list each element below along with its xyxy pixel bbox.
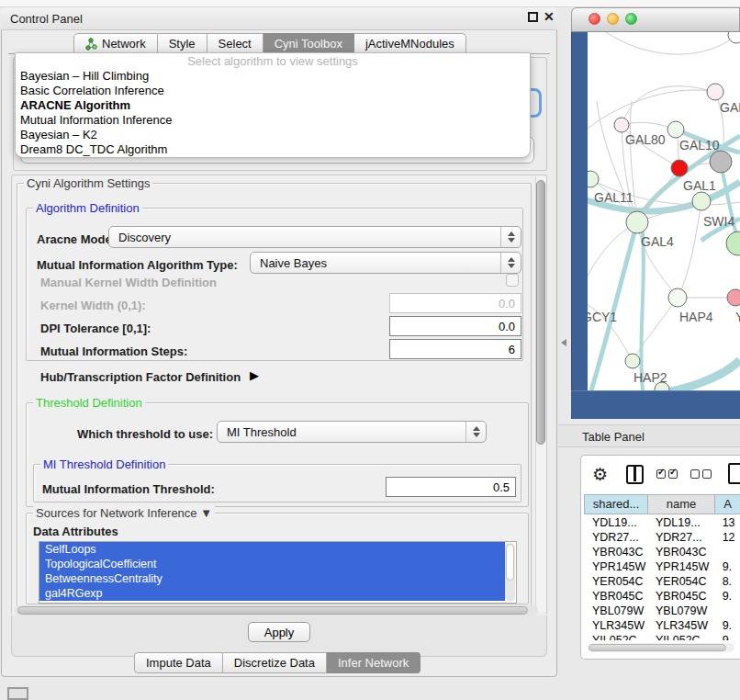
table-row[interactable]: YIL052CYIL052C9 — [584, 633, 740, 640]
network-node[interactable] — [726, 231, 740, 255]
table-row[interactable]: YDR27...YDR27...12 — [584, 530, 740, 545]
tab-style[interactable]: Style — [158, 33, 207, 54]
hub-definition-label[interactable]: Hub/Transcription Factor Definition — [40, 370, 241, 384]
tab-infer-network[interactable]: Infer Network — [327, 652, 420, 673]
minimized-panel-icon[interactable] — [7, 687, 28, 700]
expand-arrow-icon[interactable]: ▶ — [250, 368, 259, 382]
table-row[interactable]: YBR043CYBR043C — [584, 545, 740, 559]
tab-discretize-data[interactable]: Discretize Data — [223, 652, 327, 673]
table-cell: YPR145W — [584, 559, 647, 574]
node-label: GAL11 — [594, 190, 633, 205]
table-row[interactable]: YLR345WYLR345W9. — [584, 618, 740, 633]
settings-scrollbar-thumb[interactable] — [536, 180, 545, 445]
algorithm-option[interactable]: ARACNE Algorithm — [16, 98, 530, 113]
float-window-icon[interactable] — [528, 12, 538, 22]
unchecked-pair-icon[interactable] — [690, 469, 712, 479]
data-attributes-label: Data Attributes — [33, 525, 118, 538]
table-row[interactable]: YPR145WYPR145W9. — [584, 559, 740, 574]
tab-cyni-toolbox[interactable]: Cyni Toolbox — [263, 33, 354, 54]
gear-icon[interactable]: ⚙ — [592, 464, 608, 485]
network-frame-left — [571, 32, 588, 419]
network-node-swi4[interactable] — [692, 192, 711, 210]
tab-network[interactable]: Network — [73, 33, 158, 54]
algorithm-option[interactable]: Dream8 DC_TDC Algorithm — [16, 142, 530, 157]
algorithm-option[interactable]: Bayesian – Hill Climbing — [16, 69, 530, 84]
checked-pair-icon[interactable] — [656, 469, 678, 479]
network-node-y[interactable] — [727, 289, 740, 306]
table-cell — [714, 545, 740, 559]
tab-label: Select — [219, 37, 252, 51]
tab-label: Cyni Toolbox — [275, 37, 342, 51]
table-hscrollbar-thumb[interactable] — [589, 644, 726, 651]
mi-threshold-group-title: MI Threshold Definition — [40, 457, 168, 471]
column-header-2[interactable]: name — [647, 494, 714, 514]
network-node-gal80[interactable] — [614, 118, 629, 132]
node-label: SWI4 — [703, 214, 734, 229]
kernel-width-label: Kernel Width (0,1): — [40, 299, 146, 312]
table-panel-title: Table Panel — [582, 430, 645, 444]
manual-kernel-width-checkbox[interactable] — [506, 274, 519, 287]
mi-steps-field[interactable]: 6 — [389, 339, 521, 359]
mac-minimize-button[interactable] — [607, 13, 619, 25]
attribute-item[interactable]: BetweennessCentrality — [39, 571, 505, 586]
split-pane-arrow-icon[interactable] — [561, 339, 566, 346]
cyni-algorithm-settings-title: Cyni Algorithm Settings — [24, 176, 152, 190]
network-edge-highlighted — [591, 136, 740, 390]
algorithm-option[interactable]: Basic Correlation Inference — [16, 84, 530, 98]
algorithm-option[interactable]: Mutual Information Inference — [16, 113, 530, 128]
mi-algorithm-type-combo[interactable]: Naive Bayes — [250, 252, 521, 274]
table-cell: YER054C — [647, 574, 714, 589]
table-cell: YER054C — [584, 574, 647, 589]
node-label: Y — [735, 310, 740, 324]
apply-button[interactable]: Apply — [248, 622, 310, 642]
sources-group-title[interactable]: Sources for Network Inference ▼ — [33, 506, 215, 520]
network-node-hap4[interactable] — [668, 288, 687, 307]
checked-box-icon — [668, 469, 678, 479]
network-node-gal4[interactable] — [626, 211, 648, 233]
combo-stepper-icon — [500, 253, 521, 273]
attributes-scrollbar-thumb[interactable] — [506, 544, 514, 581]
network-node[interactable] — [728, 32, 740, 43]
table-row[interactable]: YER054CYER054C8. — [584, 574, 740, 589]
split-columns-icon[interactable] — [626, 465, 644, 484]
column-header-1[interactable]: shared... — [584, 494, 647, 514]
network-canvas[interactable]: GALGAL80GAL10GAL1GAL11SWI4GAL4GCY1HAP4YH… — [588, 32, 740, 390]
tab-select[interactable]: Select — [207, 33, 263, 54]
network-node-gal11[interactable] — [588, 171, 599, 187]
checked-box-icon — [656, 469, 666, 479]
mac-zoom-button[interactable] — [625, 13, 637, 25]
network-node[interactable] — [710, 151, 732, 173]
table-cell: 9 — [714, 633, 740, 640]
table-row[interactable]: YDL19...YDL19...13 — [584, 515, 740, 530]
tab-impute-data[interactable]: Impute Data — [134, 652, 223, 673]
settings-hscrollbar-thumb[interactable] — [17, 606, 528, 615]
algorithm-option[interactable]: Bayesian – K2 — [16, 128, 530, 142]
network-node-gal1[interactable] — [671, 160, 688, 176]
table-cell: 8. — [714, 574, 740, 589]
attribute-item[interactable]: TopologicalCoefficient — [39, 557, 505, 571]
node-label: GAL4 — [641, 234, 674, 249]
network-node-hap2[interactable] — [625, 354, 640, 368]
attribute-item[interactable]: SelfLoops — [39, 542, 505, 557]
tab-jactivemnodules[interactable]: jActiveMNodules — [354, 33, 466, 54]
which-threshold-combo[interactable]: MI Threshold — [217, 421, 487, 443]
data-attributes-list[interactable]: SelfLoopsTopologicalCoefficientBetweenne… — [39, 541, 517, 604]
close-icon[interactable]: ✕ — [544, 9, 555, 24]
node-label: GAL1 — [683, 178, 716, 193]
table-header-row: shared...nameA — [584, 494, 740, 514]
aracne-mode-combo[interactable]: Discovery — [108, 226, 521, 248]
column-header-3[interactable]: A — [714, 494, 740, 514]
dropdown-prompt: Select algorithm to view settings — [16, 53, 530, 69]
partial-box-icon[interactable] — [728, 463, 740, 484]
network-edge — [588, 222, 637, 299]
attribute-item[interactable]: gal4RGexp — [39, 586, 505, 601]
table-row[interactable]: YBL079WYBL079W — [584, 604, 740, 618]
network-node-gal[interactable] — [707, 84, 723, 100]
dpi-tolerance-field[interactable]: 0.0 — [389, 316, 521, 336]
kernel-width-field[interactable]: 0.0 — [389, 293, 521, 313]
table-cell: YDR27... — [584, 530, 647, 545]
network-node-gal10[interactable] — [667, 121, 684, 138]
mac-close-button[interactable] — [589, 13, 600, 25]
table-row[interactable]: YBR045CYBR045C9. — [584, 589, 740, 604]
mi-threshold-field[interactable]: 0.5 — [386, 477, 516, 497]
